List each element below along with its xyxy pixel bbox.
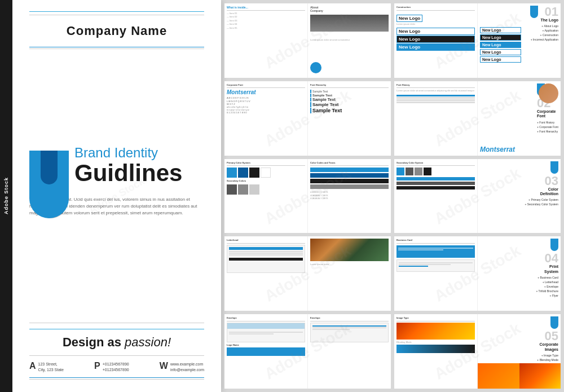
line: [396, 243, 475, 244]
spread-left-4: Font History Lorem ipsum dolor sit amet …: [394, 81, 478, 156]
spread-right-5: Color Codes and Tones #1E90D0 / CMYK #0A…: [308, 159, 391, 234]
line: [310, 165, 389, 166]
section-title-03: ColorDefinition: [525, 187, 558, 197]
spread-1: What is inside... — Item 01 — Item 02 — …: [224, 3, 391, 78]
lh-line2: [229, 253, 303, 254]
color-light-gray: [249, 184, 259, 195]
sw1: [396, 168, 404, 175]
cover-middle: Brand Identity Guidlines Sunda por seque…: [29, 145, 204, 222]
stock-brand-label: Adobe Stock: [3, 177, 9, 214]
grid-cell-3-1: Adobe Stock Primary Color System Seconda…: [224, 159, 391, 234]
spread-left-7: Letterhead: [224, 236, 308, 311]
font-chars: A B C D E F G H I J K L M N O P Q R S T …: [227, 96, 305, 114]
brand-text: Brand Identity Guidlines: [74, 145, 182, 185]
separator-blue: [29, 329, 204, 329]
sw4: [424, 168, 431, 175]
color-white: [261, 168, 271, 178]
spread-left-8: Business Card: [394, 236, 478, 311]
top-line-blue: [29, 11, 204, 12]
bottom-images: [478, 363, 561, 389]
shape-dark: [41, 151, 58, 184]
envelope-label: Envelope: [227, 316, 305, 320]
brand-identity-text: Brand Identity: [74, 145, 182, 161]
section-title-02: CorporateFont: [537, 109, 558, 119]
spread-right-6: 03 ColorDefinition Primary Color System …: [478, 159, 561, 234]
montserrat-label: Montserrat: [227, 89, 305, 95]
blend-bar: [396, 345, 475, 353]
color-bar-black: [310, 179, 389, 183]
grid-cell-4-1: Adobe Stock Letterhead Lorem ipsum dolor: [224, 236, 391, 311]
section-items-03: Primary Color System Secondary Color Sys…: [525, 197, 558, 206]
bc-line2: [398, 249, 443, 250]
spread-right-10: 05 CorporateImages Image Type Blending M…: [478, 314, 561, 389]
line: [227, 321, 305, 321]
photo-caption: Lorem ipsum dolor: [310, 263, 389, 266]
biz-card-front: [396, 245, 475, 258]
logo-text-outline: New Logo: [396, 15, 422, 22]
line: [227, 87, 305, 88]
grid-cell-5-2: Adobe Stock Image Type Blending Mode 05 …: [394, 314, 561, 389]
business-card-label: Business Card: [396, 239, 475, 242]
line: [310, 87, 389, 88]
sb2: [396, 182, 475, 185]
color-bar-gray: [310, 184, 389, 189]
about-text: Lorem ipsum dolor sit amet consectetur: [310, 38, 389, 42]
mid-line-gray: [29, 49, 204, 49]
spread-9: Envelope Logo Name Envelope: [224, 314, 391, 389]
color-mid-gray: [238, 184, 248, 195]
section-items-04: Business Card Letterhead Envelope Trifol…: [536, 275, 558, 298]
spread-5: Primary Color System Secondary Colors Co…: [224, 159, 391, 234]
construction-label: Construction: [396, 6, 475, 9]
bc-line3: [399, 262, 473, 263]
spread-left-9: Envelope Logo Name: [224, 314, 308, 389]
bottom-blue-line: [29, 377, 204, 378]
logo-right-content: New Logo New Logo New Logo New Logo New …: [480, 26, 521, 64]
web-icon: W: [160, 362, 168, 371]
what-items: — Item 01 — Item 02 — Item 03 — Item 04 …: [227, 12, 305, 30]
blending-label: Blending Mode: [396, 341, 475, 344]
guidlines-text: Guidlines: [74, 161, 182, 185]
section-label-01: 01 The Logo About Logo Application Const…: [531, 6, 558, 42]
color-black: [249, 168, 259, 178]
section-num-03: 03: [525, 175, 558, 187]
logo-white: New Logo: [396, 28, 475, 35]
stock-sidebar: Adobe Stock: [0, 0, 12, 392]
grid-cell-5-1: Adobe Stock Envelope Logo Name Envelope: [224, 314, 391, 389]
mountain-photo: [310, 239, 389, 261]
color-swatches: [227, 168, 305, 178]
section-num-01: 01: [531, 6, 558, 18]
section-num-05: 05: [537, 330, 558, 342]
letterhead-label: Letterhead: [227, 239, 305, 242]
spread-right-2: 01 The Logo About Logo Application Const…: [478, 3, 561, 78]
mini-shield-03: [550, 161, 558, 174]
construction-text: Lorem ipsum dolor: [396, 23, 475, 26]
sec-bars: [396, 177, 475, 190]
font-bar-2: [396, 97, 475, 99]
spread-10: Image Type Blending Mode 05 CorporateIma…: [394, 314, 561, 389]
sec-swatches: [396, 168, 475, 175]
sample-texts: Sample Text Sample Text Sample Text Samp…: [310, 90, 389, 113]
top-line-gray: [29, 15, 204, 15]
grid-panel: Adobe Stock What is inside... — Item 01 …: [221, 0, 564, 392]
spread-right-1: AboutCompany Lorem ipsum dolor sit amet …: [308, 3, 391, 78]
cover-panel: Adobe Stock Company Name Brand Identity …: [12, 0, 221, 392]
env2-line2: [312, 327, 386, 328]
footer-address: A 123 Street, City, 123 State: [29, 362, 64, 373]
line: [396, 87, 475, 88]
spread-7: Letterhead Lorem ipsum dolor: [224, 236, 391, 311]
person-photo: [539, 83, 558, 103]
img-fire: [519, 363, 561, 389]
bc-line4: [399, 264, 451, 265]
logo-dark: New Logo: [396, 36, 475, 43]
section-num-04: 04: [536, 252, 558, 265]
logo-variants: New Logo New Logo New Logo: [396, 28, 475, 51]
what-inside-label: What is inside...: [227, 6, 305, 9]
spread-2: Construction New Logo Lorem ipsum dolor …: [394, 3, 561, 78]
grid-cell-1-1: Adobe Stock What is inside... — Item 01 …: [224, 3, 391, 78]
grid-cell-2-1: Adobe Stock Corporate Font Montserrat A …: [224, 81, 391, 156]
spread-right-3: Font Hierarchy Sample Text Sample Text S…: [308, 81, 391, 156]
spread-right-4: 02 CorporateFont Font History Corporate …: [478, 81, 561, 156]
section-items-05: Image Type Blending Mode: [537, 353, 558, 362]
bottom-gray-line: [29, 379, 204, 380]
company-name: Company Name: [29, 24, 204, 38]
